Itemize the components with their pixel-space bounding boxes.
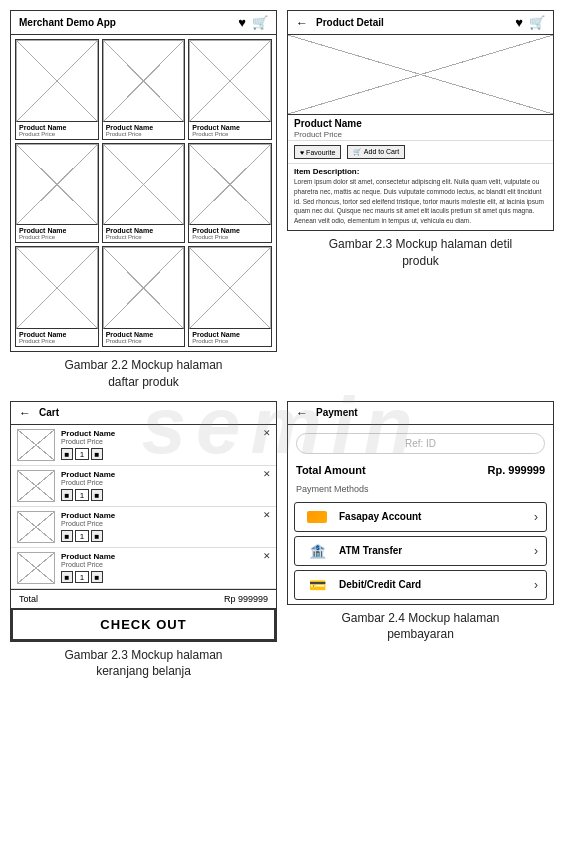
page-wrapper: Merchant Demo App ♥ 🛒 Product Name Produ…: [0, 0, 564, 690]
payment-method-fasapay[interactable]: Fasapay Account ›: [294, 502, 547, 532]
product-card[interactable]: Product Name Product Price: [102, 246, 186, 347]
panel-product-detail: ← Product Detail ♥ 🛒 Product Name Produc…: [287, 10, 554, 391]
product-image: [103, 144, 185, 226]
product-detail-header: ← Product Detail ♥ 🛒: [288, 11, 553, 35]
product-image: [16, 40, 98, 122]
payment-method-atm[interactable]: 🏦 ATM Transfer ›: [294, 536, 547, 566]
card-icon: 💳: [303, 577, 331, 593]
qty-increase[interactable]: ■: [91, 448, 103, 460]
cart-item-info: Product Name Product Price ■ 1 ■: [61, 552, 270, 583]
product-image: [16, 144, 98, 226]
payment-header-title: Payment: [316, 407, 358, 418]
description-text: Lorem ipsum dolor sit amet, consectetur …: [288, 177, 553, 230]
product-card[interactable]: Product Name Product Price: [188, 246, 272, 347]
qty-decrease[interactable]: ■: [61, 571, 73, 583]
product-card[interactable]: Product Name Product Price: [15, 143, 99, 244]
remove-item-button[interactable]: ✕: [263, 551, 271, 561]
product-info: Product Name Product Price: [16, 225, 98, 242]
header-icons: ♥ 🛒: [515, 15, 545, 30]
cart-item-qty: ■ 1 ■: [61, 489, 270, 501]
cart-item-image: [17, 511, 55, 543]
payment-method-card[interactable]: 💳 Debit/Credit Card ›: [294, 570, 547, 600]
qty-decrease[interactable]: ■: [61, 489, 73, 501]
method-name-fasapay: Fasapay Account: [339, 511, 534, 522]
cart-item-name: Product Name: [61, 552, 270, 561]
heart-icon: ♥: [238, 15, 246, 30]
cart-item: Product Name Product Price ■ 1 ■ ✕: [11, 548, 276, 589]
qty-value: 1: [75, 530, 89, 542]
product-price: Product Price: [106, 338, 182, 344]
header-icons: ♥ 🛒: [238, 15, 268, 30]
total-value: Rp 999999: [224, 594, 268, 604]
cart-item-qty: ■ 1 ■: [61, 530, 270, 542]
product-info: Product Name Product Price: [103, 122, 185, 139]
add-to-cart-button[interactable]: 🛒 Add to Cart: [347, 145, 405, 159]
product-price: Product Price: [106, 234, 182, 240]
checkout-button[interactable]: CHECK OUT: [11, 608, 276, 641]
product-name: Product Name: [19, 227, 95, 234]
cart-item-image: [17, 429, 55, 461]
panel-cart: ← Cart Product Name Product Price ■ 1 ■ …: [10, 401, 277, 681]
qty-increase[interactable]: ■: [91, 530, 103, 542]
product-price: Product Price: [19, 338, 95, 344]
cart-item-info: Product Name Product Price ■ 1 ■: [61, 429, 270, 460]
atm-icon: 🏦: [303, 543, 331, 559]
qty-value: 1: [75, 489, 89, 501]
remove-item-button[interactable]: ✕: [263, 469, 271, 479]
mockup-product-detail: ← Product Detail ♥ 🛒 Product Name Produc…: [287, 10, 554, 231]
cart-item-info: Product Name Product Price ■ 1 ■: [61, 470, 270, 501]
favourite-button[interactable]: ♥ Favourite: [294, 145, 341, 159]
qty-increase[interactable]: ■: [91, 489, 103, 501]
product-card[interactable]: Product Name Product Price: [102, 143, 186, 244]
product-card[interactable]: Product Name Product Price: [102, 39, 186, 140]
back-button[interactable]: ←: [19, 406, 31, 420]
qty-decrease[interactable]: ■: [61, 530, 73, 542]
qty-decrease[interactable]: ■: [61, 448, 73, 460]
cart-item: Product Name Product Price ■ 1 ■ ✕: [11, 425, 276, 466]
product-name: Product Name: [106, 227, 182, 234]
app-title: Merchant Demo App: [19, 17, 116, 28]
cart-item-name: Product Name: [61, 511, 270, 520]
method-name-card: Debit/Credit Card: [339, 579, 534, 590]
payment-header: ← Payment: [288, 402, 553, 425]
cart-item-name: Product Name: [61, 470, 270, 479]
qty-increase[interactable]: ■: [91, 571, 103, 583]
product-image: [103, 40, 185, 122]
panel4-caption: Gambar 2.4 Mockup halaman pembayaran: [287, 610, 554, 644]
payment-total-row: Total Amount Rp. 999999: [288, 458, 553, 482]
caption-line2: pembayaran: [387, 627, 454, 641]
cart-total-row: Total Rp 999999: [11, 589, 276, 608]
product-info: Product Name Product Price: [16, 329, 98, 346]
method-name-atm: ATM Transfer: [339, 545, 534, 556]
remove-item-button[interactable]: ✕: [263, 428, 271, 438]
cart-item-name: Product Name: [61, 429, 270, 438]
total-amount-value: Rp. 999999: [488, 464, 545, 476]
product-info: Product Name Product Price: [189, 329, 271, 346]
description-label: Item Description:: [288, 164, 553, 177]
product-grid: Product Name Product Price Product Name …: [11, 35, 276, 351]
detail-product-name: Product Name: [288, 115, 553, 129]
fasapay-logo: [307, 511, 327, 523]
remove-item-button[interactable]: ✕: [263, 510, 271, 520]
fasapay-icon: [303, 509, 331, 525]
product-name: Product Name: [19, 124, 95, 131]
cart-item-image: [17, 552, 55, 584]
product-info: Product Name Product Price: [103, 329, 185, 346]
product-name: Product Name: [106, 124, 182, 131]
caption-line1: Gambar 2.4 Mockup halaman: [341, 611, 499, 625]
caption-line1: Gambar 2.3 Mockup halaman: [64, 648, 222, 662]
back-button[interactable]: ←: [296, 16, 308, 30]
panel3-caption: Gambar 2.3 Mockup halaman keranjang bela…: [10, 647, 277, 681]
product-card[interactable]: Product Name Product Price: [188, 39, 272, 140]
product-card[interactable]: Product Name Product Price: [15, 246, 99, 347]
chevron-right-icon: ›: [534, 578, 538, 592]
caption-line1: Gambar 2.2 Mockup halaman: [64, 358, 222, 372]
product-card[interactable]: Product Name Product Price: [15, 39, 99, 140]
panel-payment: ← Payment Ref: ID Total Amount Rp. 99999…: [287, 401, 554, 681]
back-button[interactable]: ←: [296, 406, 308, 420]
detail-action-bar: ♥ Favourite 🛒 Add to Cart: [288, 140, 553, 164]
cart-header: ← Cart: [11, 402, 276, 425]
panel1-caption: Gambar 2.2 Mockup halaman daftar produk: [10, 357, 277, 391]
cart-icon: 🛒: [252, 15, 268, 30]
product-card[interactable]: Product Name Product Price: [188, 143, 272, 244]
